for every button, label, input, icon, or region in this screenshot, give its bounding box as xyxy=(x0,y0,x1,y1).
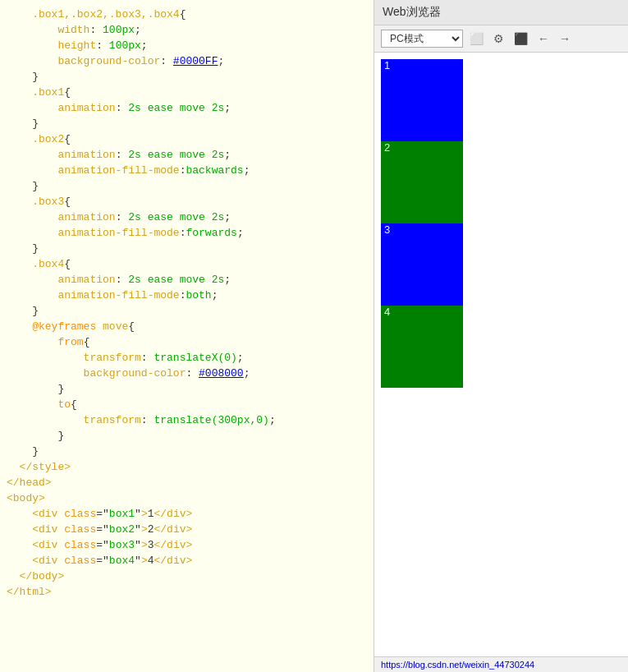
settings-button[interactable]: ⚙ xyxy=(490,31,507,46)
back-button[interactable]: ← xyxy=(534,31,552,46)
preview-box-2: 2 xyxy=(381,141,463,223)
preview-box-1: 1 xyxy=(381,59,463,141)
box-3-label: 3 xyxy=(381,222,393,237)
browser-title: Web浏览器 xyxy=(374,0,628,25)
box-4-label: 4 xyxy=(381,304,393,320)
forward-button[interactable]: → xyxy=(556,31,574,46)
expand-button[interactable]: ⬛ xyxy=(511,31,531,46)
browser-mode-select[interactable]: PC模式 xyxy=(381,30,463,48)
box-2-label: 2 xyxy=(381,140,393,155)
preview-box-4: 4 xyxy=(381,306,463,388)
browser-title-text: Web浏览器 xyxy=(383,5,441,18)
browser-panel: Web浏览器 PC模式 ⬜ ⚙ ⬛ ← → 1 2 3 4 https://bl… xyxy=(374,0,628,672)
browser-statusbar: https://blog.csdn.net/weixin_44730244 xyxy=(374,656,628,672)
browser-content: 1 2 3 4 xyxy=(374,53,628,656)
browser-status-url: https://blog.csdn.net/weixin_44730244 xyxy=(381,660,534,670)
boxes-container: 1 2 3 4 xyxy=(374,53,628,394)
screenshot-button[interactable]: ⬜ xyxy=(466,31,487,46)
preview-box-3: 3 xyxy=(381,223,463,306)
browser-toolbar: PC模式 ⬜ ⚙ ⬛ ← → xyxy=(374,25,628,53)
box-1-label: 1 xyxy=(381,58,393,73)
